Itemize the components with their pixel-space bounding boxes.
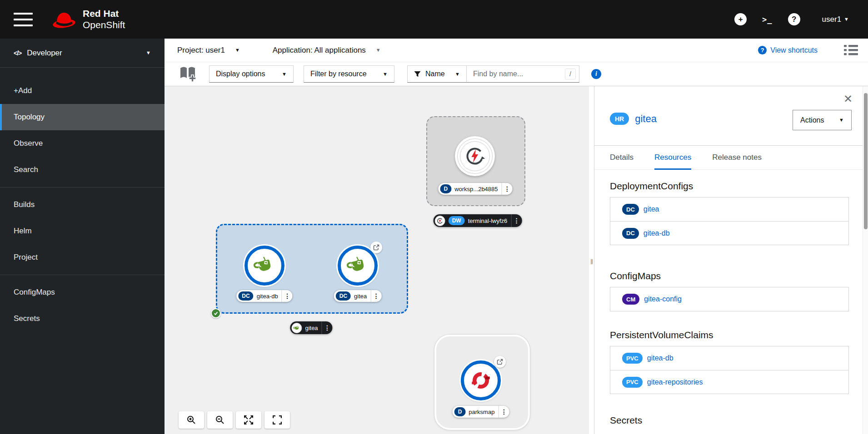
info-icon[interactable]: i [591, 69, 601, 79]
list-view-icon[interactable] [844, 44, 858, 56]
name-filter-group: Name ▼ / [407, 65, 579, 83]
nav-divider [0, 275, 165, 275]
gitea-db-node[interactable] [244, 246, 284, 286]
sidebar-item-configmaps[interactable]: ConfigMaps [0, 279, 165, 306]
resource-link[interactable]: gitea-db [644, 229, 670, 237]
resource-link[interactable]: gitea-repositories [647, 378, 703, 386]
guided-tour-book-icon[interactable] [178, 66, 197, 82]
nav-toggle-icon[interactable] [14, 13, 33, 26]
zoom-in-button[interactable] [179, 411, 204, 429]
chevron-down-icon: ▼ [282, 72, 287, 77]
actions-dropdown[interactable]: Actions ▼ [793, 110, 852, 130]
resource-link[interactable]: gitea-config [644, 295, 682, 303]
panel-scrollbar[interactable] [863, 86, 868, 434]
gitea-app-group-label[interactable]: gitea ⋮ [290, 321, 332, 334]
deploymentconfigs-list: DC gitea DC gitea-db [610, 197, 849, 245]
close-icon[interactable]: ✕ [843, 94, 853, 104]
context-bar-right: ? View shortcuts [758, 44, 858, 56]
sidebar-item-topology[interactable]: Topology [0, 104, 165, 130]
sidebar-item-project[interactable]: Project [0, 244, 165, 271]
user-menu[interactable]: user1 ▼ [822, 15, 849, 24]
context-bar: Project: user1 ▼ Application: All applic… [165, 39, 868, 62]
parksmap-node[interactable] [461, 360, 501, 400]
gitea-node-label[interactable]: DC gitea ⋮ [334, 290, 382, 302]
sidebar-item-search[interactable]: Search [0, 157, 165, 183]
gitea-icon [254, 255, 275, 276]
brand-line1: Red Hat [83, 8, 125, 20]
sidebar-item-observe[interactable]: Observe [0, 130, 165, 157]
persistentvolumeclaims-list: PVC gitea-db PVC gitea-repositories [610, 346, 849, 394]
redhat-fedora-icon [52, 10, 77, 29]
resource-link[interactable]: gitea-db [647, 354, 673, 362]
gitea-node[interactable] [338, 246, 378, 286]
deployment-badge: D [454, 407, 466, 416]
chevron-down-icon: ▼ [844, 17, 849, 22]
success-check-decorator [211, 308, 221, 318]
sidebar-item-builds[interactable]: Builds [0, 192, 165, 218]
configmaps-list: CM gitea-config [610, 287, 849, 311]
quick-create-icon[interactable]: + [734, 13, 747, 25]
chevron-down-icon: ▼ [376, 48, 381, 53]
section-heading-deploymentconfigs: DeploymentConfigs [610, 181, 693, 192]
kebab-menu-icon[interactable]: ⋮ [502, 183, 513, 195]
chevron-down-icon: ▼ [455, 72, 460, 77]
brand-logo[interactable]: Red Hat OpenShift [52, 8, 125, 31]
help-icon[interactable]: ? [788, 13, 800, 25]
find-by-name-input[interactable] [467, 65, 579, 83]
devworkspace-mini-icon [435, 216, 445, 226]
tab-resources[interactable]: Resources [654, 146, 691, 169]
configmap-badge: CM [622, 294, 639, 305]
chevron-down-icon: ▼ [383, 72, 388, 77]
devworkspace-badge: DW [449, 216, 465, 225]
panel-resize-handle[interactable]: ‖ [589, 86, 594, 434]
openshift-console: Red Hat OpenShift + >_ ? user1 ▼ </> Dev… [0, 0, 868, 434]
tab-release-notes[interactable]: Release notes [712, 146, 762, 169]
section-heading-configmaps: ConfigMaps [610, 271, 661, 281]
devworkspace-icon [464, 146, 485, 167]
deploymentconfig-badge: DC [238, 291, 253, 301]
sidebar-item-secrets[interactable]: Secrets [0, 306, 165, 332]
topology-canvas[interactable]: D worksp...2b4885 ⋮ DW terminal-lwyfz6 ⋮ [165, 86, 589, 434]
project-dropdown[interactable]: Project: user1 ▼ [177, 46, 240, 55]
tab-details[interactable]: Details [610, 146, 634, 169]
workspace-node[interactable] [455, 136, 495, 176]
gitea-icon [347, 255, 369, 276]
panel-title: HR gitea [610, 113, 657, 125]
kebab-menu-icon[interactable]: ⋮ [498, 406, 509, 418]
sidebar-item-helm[interactable]: Helm [0, 218, 165, 244]
perspective-label: Developer [27, 49, 62, 58]
openshift-logo-icon [470, 370, 491, 391]
gitea-db-node-label[interactable]: DC gitea-db ⋮ [236, 290, 292, 302]
user-name: user1 [822, 15, 842, 24]
kebab-menu-icon[interactable]: ⋮ [370, 290, 381, 302]
terminal-group-label[interactable]: DW terminal-lwyfz6 ⋮ [434, 214, 522, 227]
deploymentconfig-badge: DC [622, 204, 639, 215]
filter-by-resource-dropdown[interactable]: Filter by resource ▼ [304, 65, 394, 83]
kebab-menu-icon[interactable]: ⋮ [511, 214, 522, 227]
resource-link[interactable]: gitea [644, 205, 659, 213]
deploymentconfig-badge: DC [336, 291, 351, 301]
perspective-switcher[interactable]: </> Developer ▼ [0, 39, 165, 68]
name-filter-dropdown[interactable]: Name ▼ [407, 65, 467, 83]
list-item: DC gitea [610, 197, 848, 221]
chevron-down-icon: ▼ [235, 48, 240, 53]
kebab-menu-icon[interactable]: ⋮ [322, 321, 333, 334]
open-url-decorator[interactable] [370, 242, 382, 253]
parksmap-node-label[interactable]: D parksmap ⋮ [453, 406, 509, 418]
grip-icon: ‖ [590, 258, 594, 266]
workspace-node-label[interactable]: D worksp...2b4885 ⋮ [438, 183, 512, 195]
find-by-name-wrap: / [467, 65, 579, 83]
kebab-menu-icon[interactable]: ⋮ [282, 290, 293, 302]
sidebar-item-add[interactable]: +Add [0, 78, 165, 104]
fit-to-screen-button[interactable] [236, 411, 261, 429]
view-shortcuts-link[interactable]: ? View shortcuts [758, 46, 818, 54]
reset-view-button[interactable] [264, 411, 290, 429]
zoom-out-button[interactable] [207, 411, 233, 429]
display-options-dropdown[interactable]: Display options ▼ [209, 65, 294, 83]
brand-text: Red Hat OpenShift [83, 8, 125, 31]
web-terminal-icon[interactable]: >_ [762, 15, 772, 24]
open-url-decorator[interactable] [494, 356, 506, 368]
resource-title-link[interactable]: gitea [635, 113, 657, 125]
scrollbar-thumb[interactable] [864, 93, 868, 229]
application-dropdown[interactable]: Application: All applications ▼ [273, 46, 381, 55]
